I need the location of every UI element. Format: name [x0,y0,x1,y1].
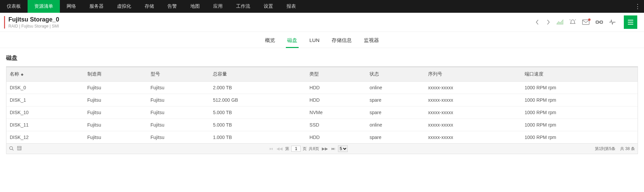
disk-table: 名称 ◆制造商型号总容量类型状态序列号端口速度 DISK_0FujitsuFuj… [6,67,638,143]
col-header-6[interactable]: 序列号 [425,67,521,82]
title-block: Fujitsu Storage_0 RAID | Fujitsu Storage… [4,16,59,29]
subtab-0[interactable]: 概览 [264,34,276,48]
table-header-row: 名称 ◆制造商型号总容量类型状态序列号端口速度 [6,67,638,82]
breadcrumb: RAID | Fujitsu Storage | SMI [8,24,59,29]
prev-page-icon[interactable]: ◀◀ [276,146,283,151]
next-icon[interactable] [546,19,551,25]
cell-status: spare [366,94,425,106]
nav-item-11[interactable]: 报表 [280,0,303,13]
cell-name: DISK_1 [6,94,84,106]
nav-item-1[interactable]: 资源清单 [28,0,60,13]
cell-serial: xxxxx-xxxxx [425,106,521,119]
total-label: 共 38 条 [620,146,635,152]
mail-icon[interactable] [582,19,590,25]
disk-table-wrap: 名称 ◆制造商型号总容量类型状态序列号端口速度 DISK_0FujitsuFuj… [6,66,638,144]
table-row[interactable]: DISK_1FujitsuFujitsu512.000 GBHDDsparexx… [6,94,638,106]
table-body: DISK_0FujitsuFujitsu2.000 TBHDDonlinexxx… [6,82,638,144]
hamburger-button[interactable] [624,15,637,29]
cell-model: Fujitsu [147,106,210,119]
table-row[interactable]: DISK_12FujitsuFujitsu1.000 TBHDDsparexxx… [6,131,638,144]
cell-port: 1000 RPM rpm [521,119,638,131]
cell-cap: 512.000 GB [210,94,306,106]
cell-mfr: Fujitsu [84,131,147,144]
activity-icon[interactable] [609,19,616,25]
cell-port: 1000 RPM rpm [521,82,638,94]
nav-item-8[interactable]: 应用 [206,0,229,13]
sub-tabs: 概览磁盘LUN存储信息监视器 [0,34,644,48]
page-prefix: 第 [285,146,289,152]
page-size-select[interactable]: 5 [338,145,348,152]
col-header-5[interactable]: 状态 [366,67,425,82]
cell-type: HDD [306,94,366,106]
chart-icon[interactable] [557,19,563,25]
col-header-4[interactable]: 类型 [306,67,366,82]
nav-item-4[interactable]: 虚拟化 [110,0,138,13]
disk-section: 磁盘 名称 ◆制造商型号总容量类型状态序列号端口速度 DISK_0Fujitsu… [0,48,644,156]
cell-cap: 5.000 TB [210,119,306,131]
col-header-1[interactable]: 制造商 [84,67,147,82]
subtab-4[interactable]: 监视器 [363,34,380,48]
nav-item-0[interactable]: 仪表板 [0,0,28,13]
alarm-icon[interactable] [569,19,576,25]
col-header-3[interactable]: 总容量 [210,67,306,82]
subtab-3[interactable]: 存储信息 [330,34,353,48]
cell-model: Fujitsu [147,82,210,94]
nav-item-3[interactable]: 服务器 [83,0,110,13]
nav-item-2[interactable]: 网络 [60,0,83,13]
table-row[interactable]: DISK_10FujitsuFujitsu5.000 TBNVMesparexx… [6,106,638,119]
cell-serial: xxxxx-xxxxx [425,119,521,131]
nav-item-9[interactable]: 工作流 [229,0,257,13]
nav-item-10[interactable]: 设置 [257,0,280,13]
cell-model: Fujitsu [147,119,210,131]
table-footer: ⏮ ◀◀ 第 页 共8页 ▶▶ ⏭ 5 第1到第5条 共 38 条 [6,144,638,154]
link-icon[interactable] [596,20,603,25]
svg-rect-0 [582,20,589,25]
cell-cap: 5.000 TB [210,106,306,119]
total-pages: 共8页 [309,146,319,152]
cell-status: spare [366,106,425,119]
header-toolbar [535,15,637,29]
cell-status: online [366,82,425,94]
first-page-icon[interactable]: ⏮ [268,146,274,151]
more-icon[interactable]: ⋮ [635,0,641,13]
cell-status: online [366,119,425,131]
cell-model: Fujitsu [147,94,210,106]
nav-item-5[interactable]: 存储 [138,0,161,13]
columns-icon[interactable] [17,146,22,151]
prev-icon[interactable] [535,19,540,25]
sort-icon: ◆ [20,73,24,76]
nav-item-7[interactable]: 地图 [184,0,206,13]
col-header-2[interactable]: 型号 [147,67,210,82]
cell-mfr: Fujitsu [84,82,147,94]
pager: ⏮ ◀◀ 第 页 共8页 ▶▶ ⏭ 5 [268,145,348,152]
subtab-2[interactable]: LUN [308,34,321,48]
cell-mfr: Fujitsu [84,119,147,131]
cell-port: 1000 RPM rpm [521,106,638,119]
page-header: Fujitsu Storage_0 RAID | Fujitsu Storage… [0,13,644,32]
page-input[interactable] [291,146,301,152]
cell-port: 1000 RPM rpm [521,94,638,106]
next-page-icon[interactable]: ▶▶ [321,146,329,151]
cell-serial: xxxxx-xxxxx [425,131,521,144]
subtab-1[interactable]: 磁盘 [286,34,299,48]
nav-item-6[interactable]: 告警 [161,0,184,13]
page-suffix: 页 [303,146,307,152]
svg-point-3 [10,146,13,149]
cell-serial: xxxxx-xxxxx [425,82,521,94]
last-page-icon[interactable]: ⏭ [331,146,336,151]
svg-rect-4 [17,146,21,150]
cell-name: DISK_0 [6,82,84,94]
cell-status: spare [366,131,425,144]
table-row[interactable]: DISK_11FujitsuFujitsu5.000 TBSSDonlinexx… [6,119,638,131]
cell-type: HDD [306,82,366,94]
cell-name: DISK_10 [6,106,84,119]
page-title: Fujitsu Storage_0 [8,16,59,23]
top-nav: 仪表板资源清单网络服务器虚拟化存储告警地图应用工作流设置报表⋮ [0,0,644,13]
search-icon[interactable] [9,146,14,152]
col-header-0[interactable]: 名称 ◆ [6,67,84,82]
cell-port: 1000 RPM rpm [521,131,638,144]
cell-name: DISK_12 [6,131,84,144]
cell-cap: 2.000 TB [210,82,306,94]
col-header-7[interactable]: 端口速度 [521,67,638,82]
table-row[interactable]: DISK_0FujitsuFujitsu2.000 TBHDDonlinexxx… [6,82,638,94]
